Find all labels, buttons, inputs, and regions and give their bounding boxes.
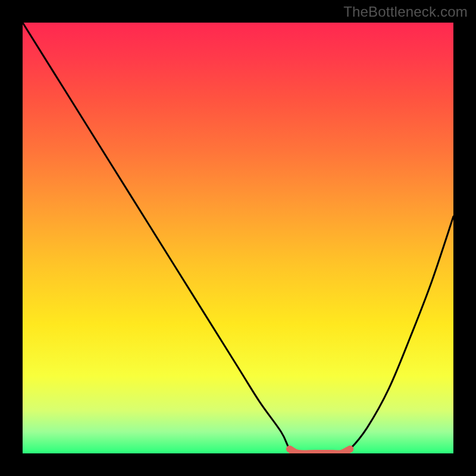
chart-canvas: TheBottleneck.com (0, 0, 476, 476)
watermark-text: TheBottleneck.com (343, 4, 468, 20)
plot-area (23, 23, 453, 453)
optimal-range-segment (290, 449, 350, 453)
chart-svg (23, 23, 453, 453)
bottleneck-curve (23, 23, 453, 453)
